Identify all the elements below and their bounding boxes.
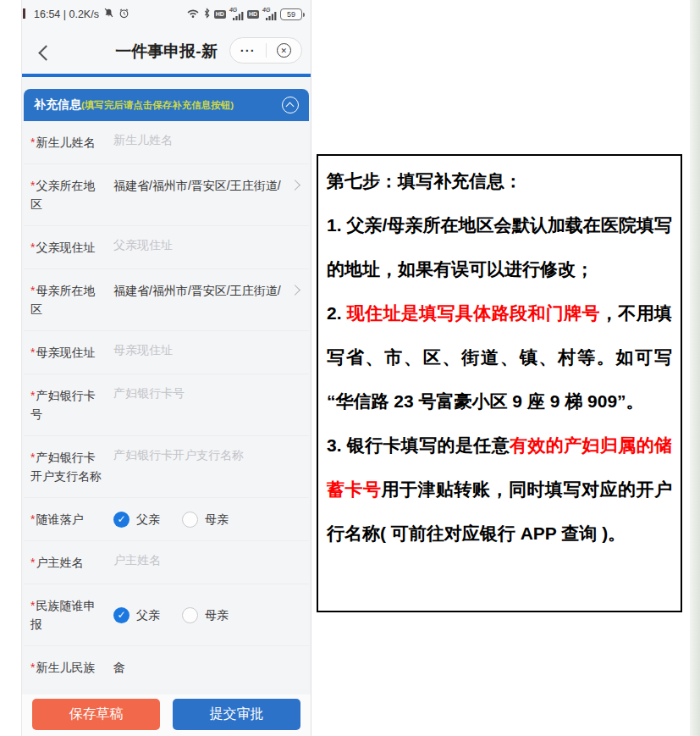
form-row-father-address: *父亲现住址 <box>24 225 309 268</box>
radio-checked-icon[interactable] <box>113 607 130 623</box>
bank-branch-input[interactable] <box>113 448 300 462</box>
battery-icon: 59 <box>280 8 302 20</box>
radio-label: 母亲 <box>205 606 229 624</box>
required-asterisk: * <box>30 241 35 254</box>
mother-region-value: 福建省/福州市/晋安区/王庄街道/ <box>113 281 286 300</box>
mother-address-input[interactable] <box>113 343 300 357</box>
required-asterisk: * <box>30 284 35 297</box>
radio-father[interactable]: 父亲 <box>113 606 160 624</box>
signal-icon-2: 4G <box>262 8 277 20</box>
form-row-newborn-name: *新生儿姓名 <box>24 121 309 163</box>
father-region-value: 福建省/福州市/晋安区/王庄街道/ <box>113 176 286 195</box>
required-asterisk: * <box>30 179 35 192</box>
mute-icon <box>103 8 114 21</box>
note-text: 3. 银行卡填写的是任意 <box>327 435 510 455</box>
chevron-right-icon <box>289 180 300 191</box>
save-draft-button[interactable]: 保存草稿 <box>32 699 160 730</box>
bluetooth-icon <box>203 8 211 21</box>
alarm-icon <box>119 8 130 21</box>
newborn-name-input[interactable] <box>113 133 300 147</box>
field-label: 产妇银行卡开户支行名称 <box>30 451 102 483</box>
hd-icon: HD <box>214 10 226 19</box>
close-button[interactable]: ✕ <box>267 43 302 58</box>
section-hint: (填写完后请点击保存补充信息按钮) <box>81 99 234 112</box>
required-asterisk: * <box>30 512 35 526</box>
submit-approval-button[interactable]: 提交审批 <box>173 699 300 730</box>
radio-unchecked-icon[interactable] <box>182 512 198 528</box>
required-asterisk: * <box>30 661 35 674</box>
radio-mother[interactable]: 母亲 <box>182 510 229 528</box>
field-label: 户主姓名 <box>36 556 83 569</box>
wifi-icon <box>186 8 200 21</box>
hd-icon-2: HD <box>247 10 259 19</box>
radio-label: 父亲 <box>136 510 160 528</box>
page-edge-strip <box>690 0 700 736</box>
instruction-item-1: 1. 父亲/母亲所在地区会默认加载在医院填写的地址，如果有误可以进行修改； <box>327 203 672 291</box>
instruction-item-2: 2. 现住址是填写具体路段和门牌号，不用填写省、市、区、街道、镇、村等。如可写“… <box>327 291 672 423</box>
phone-screen: 16:54 | 0.2K/s HD 4G <box>21 0 311 736</box>
form-row-bank-branch: *产妇银行卡开户支行名称 <box>24 435 309 497</box>
status-bar: 16:54 | 0.2K/s HD 4G <box>22 0 311 28</box>
chevron-right-icon <box>289 285 300 296</box>
form-row-householder-name: *户主姓名 <box>24 540 309 584</box>
nav-accent-line <box>22 74 311 77</box>
form-row-mother-address: *母亲现住址 <box>24 330 309 374</box>
capsule-menu: ··· ✕ <box>229 37 302 64</box>
form-row-household-follow: *随谁落户 父亲 母亲 <box>24 497 309 540</box>
radio-unchecked-icon[interactable] <box>182 607 198 623</box>
radio-father[interactable]: 父亲 <box>113 510 160 528</box>
radio-checked-icon[interactable] <box>113 512 130 528</box>
required-asterisk: * <box>30 599 35 612</box>
field-label: 产妇银行卡号 <box>30 389 95 421</box>
radio-label: 母亲 <box>205 510 229 528</box>
instructions-panel: 第七步：填写补充信息： 1. 父亲/母亲所在地区会默认加载在医院填写的地址，如果… <box>317 154 682 612</box>
section-header: 补充信息 (填写完后请点击保存补充信息按钮) <box>24 89 309 121</box>
newborn-ethnicity-value: 畲 <box>113 658 300 677</box>
field-label: 新生儿民族 <box>36 661 95 674</box>
nav-bar: 一件事申报-新 ··· ✕ <box>22 28 311 74</box>
clock-netspeed-text: 16:54 | 0.2K/s <box>34 8 99 20</box>
required-asterisk: * <box>30 136 35 149</box>
form-row-ethnic-follow: *民族随谁申报 父亲 母亲 <box>24 584 309 645</box>
radio-mother[interactable]: 母亲 <box>182 606 229 624</box>
field-label: 父亲现住址 <box>36 241 95 254</box>
field-label: 新生儿姓名 <box>36 136 95 149</box>
note-text: 第七步：填写补充信息： <box>327 171 522 191</box>
required-asterisk: * <box>30 451 35 464</box>
note-text: 2. <box>327 303 347 323</box>
instruction-item-3: 3. 银行卡填写的是任意有效的产妇归属的储蓄卡号用于津贴转账，同时填写对应的开户… <box>327 423 672 556</box>
screenshot-canvas: 16:54 | 0.2K/s HD 4G <box>0 0 700 736</box>
close-icon: ✕ <box>277 43 291 58</box>
note-text: 1. 父亲/母亲所在地区会默认加载在医院填写的地址，如果有误可以进行修改； <box>327 215 672 279</box>
field-label: 母亲所在地区 <box>30 284 95 316</box>
instruction-step-title: 第七步：填写补充信息： <box>327 159 672 203</box>
father-address-input[interactable] <box>113 238 300 252</box>
note-text-red: 现住址是填写具体路段和门牌号 <box>347 303 600 323</box>
collapse-icon[interactable] <box>282 97 299 113</box>
required-asterisk: * <box>30 556 35 569</box>
form-row-bank-card: *产妇银行卡号 <box>24 374 309 435</box>
required-asterisk: * <box>30 389 35 402</box>
radio-label: 父亲 <box>136 606 160 624</box>
bank-card-input[interactable] <box>113 386 300 400</box>
supplement-form: *新生儿姓名 *父亲所在地区 福建省/福州市/晋安区/王庄街道/ *父亲现住址 … <box>24 121 309 689</box>
more-icon[interactable]: ··· <box>230 43 266 58</box>
required-asterisk: * <box>30 346 35 359</box>
field-label: 母亲现住址 <box>36 346 95 359</box>
footer-bar: 保存草稿 提交审批 <box>22 694 311 736</box>
field-label: 随谁落户 <box>36 512 83 526</box>
corner-mark <box>23 8 25 19</box>
householder-name-input[interactable] <box>113 553 300 567</box>
form-row-father-region[interactable]: *父亲所在地区 福建省/福州市/晋安区/王庄街道/ <box>24 163 309 225</box>
form-row-mother-region[interactable]: *母亲所在地区 福建省/福州市/晋安区/王庄街道/ <box>24 268 309 330</box>
field-label: 民族随谁申报 <box>30 599 95 631</box>
form-row-newborn-ethnicity: *新生儿民族 畲 <box>24 645 309 689</box>
section-title: 补充信息 <box>34 97 81 113</box>
signal-icon-1: 4G <box>229 8 244 20</box>
field-label: 父亲所在地区 <box>30 179 95 211</box>
